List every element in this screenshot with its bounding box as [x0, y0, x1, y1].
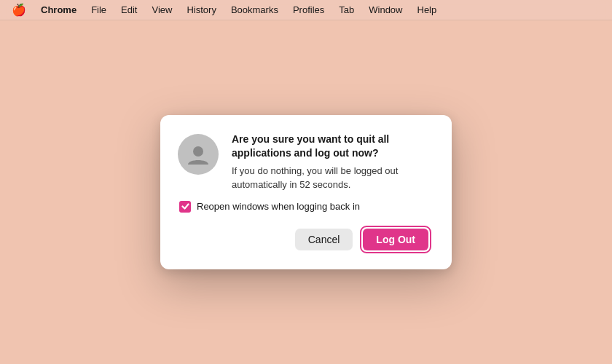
menubar-file[interactable]: File [85, 3, 112, 17]
user-avatar [178, 134, 219, 175]
menubar-chrome[interactable]: Chrome [35, 3, 82, 17]
reopen-checkbox[interactable] [179, 201, 191, 213]
dialog-top: Are you sure you want to quit all applic… [178, 132, 431, 191]
cancel-button[interactable]: Cancel [295, 229, 353, 250]
svg-point-0 [193, 146, 203, 157]
menubar-window[interactable]: Window [363, 3, 408, 17]
logout-button-wrapper: Log Out [360, 226, 431, 253]
logout-button[interactable]: Log Out [363, 229, 428, 250]
logout-dialog: Are you sure you want to quit all applic… [160, 115, 452, 269]
checkmark-icon [181, 202, 189, 210]
reopen-checkbox-row[interactable]: Reopen windows when logging back in [179, 201, 431, 213]
menubar-tab[interactable]: Tab [333, 3, 360, 17]
menubar-history[interactable]: History [181, 3, 221, 17]
menubar-edit[interactable]: Edit [115, 3, 143, 17]
menubar-profiles[interactable]: Profiles [287, 3, 330, 17]
apple-menu[interactable]: 🍎 [6, 3, 32, 17]
dialog-buttons: Cancel Log Out [178, 226, 431, 253]
reopen-checkbox-label: Reopen windows when logging back in [197, 201, 360, 212]
dialog-text: Are you sure you want to quit all applic… [232, 132, 431, 191]
menubar-bookmarks[interactable]: Bookmarks [225, 3, 284, 17]
avatar-icon [185, 141, 211, 167]
dialog-body: If you do nothing, you will be logged ou… [232, 165, 431, 192]
dialog-title: Are you sure you want to quit all applic… [232, 132, 431, 160]
menubar: 🍎 Chrome File Edit View History Bookmark… [0, 0, 612, 20]
menubar-help[interactable]: Help [412, 3, 443, 17]
menubar-view[interactable]: View [146, 3, 178, 17]
dialog-overlay: Are you sure you want to quit all applic… [0, 20, 612, 364]
